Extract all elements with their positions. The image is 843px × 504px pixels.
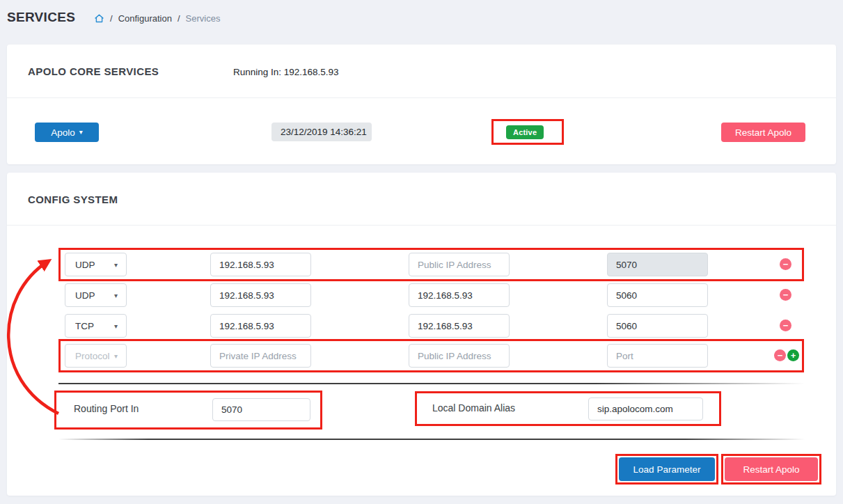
- port-input[interactable]: [607, 283, 708, 307]
- port-input[interactable]: [607, 314, 708, 338]
- running-in-text: Running In: 192.168.5.93: [233, 67, 339, 77]
- protocol-row-3: TCP ▾ −: [58, 314, 804, 338]
- apolo-core-services-card: APOLO CORE SERVICES Running In: 192.168.…: [7, 45, 836, 164]
- breadcrumb-separator: /: [178, 13, 180, 24]
- remove-row-icon[interactable]: −: [774, 349, 786, 361]
- port-input[interactable]: [607, 344, 708, 368]
- local-domain-input[interactable]: [588, 397, 703, 420]
- card-divider: [7, 225, 836, 226]
- private-ip-input[interactable]: [210, 283, 311, 307]
- caret-down-icon: ▾: [114, 352, 118, 360]
- caret-down-icon: ▾: [114, 261, 118, 269]
- protocol-select-value: TCP: [75, 321, 94, 331]
- protocol-row-new: Protocol ▾ − +: [58, 344, 804, 368]
- home-icon[interactable]: [94, 13, 104, 24]
- timestamp-field[interactable]: 23/12/2019 14:36:21: [271, 123, 372, 141]
- services-page: SERVICES / Configuration / Services APOL…: [0, 0, 843, 504]
- restart-apolo-button-top[interactable]: Restart Apolo: [721, 123, 805, 142]
- private-ip-input[interactable]: [210, 253, 311, 276]
- config-card-title: CONFIG SYSTEM: [28, 194, 118, 205]
- apolo-dropdown-button[interactable]: Apolo ▾: [35, 123, 99, 142]
- private-ip-input[interactable]: [210, 344, 311, 368]
- local-domain-label: Local Domain Alias: [432, 402, 515, 414]
- private-ip-input[interactable]: [210, 314, 311, 338]
- breadcrumb-services: Services: [186, 13, 221, 24]
- protocol-select[interactable]: Protocol ▾: [65, 344, 127, 368]
- remove-row-icon[interactable]: −: [780, 258, 791, 270]
- section-divider: [58, 383, 805, 384]
- protocol-row-1: UDP ▾ −: [58, 253, 804, 276]
- protocol-select-placeholder: Protocol: [75, 351, 110, 361]
- caret-down-icon: ▾: [114, 292, 118, 299]
- caret-down-icon: ▾: [79, 129, 83, 136]
- routing-port-label: Routing Port In: [74, 403, 139, 414]
- status-badge: Active: [506, 125, 544, 139]
- protocol-row-2: UDP ▾ −: [58, 283, 804, 307]
- routing-port-input[interactable]: [212, 398, 310, 421]
- config-system-card: CONFIG SYSTEM UDP ▾ − UDP ▾ −: [7, 173, 836, 496]
- public-ip-input[interactable]: [409, 253, 510, 276]
- public-ip-input[interactable]: [409, 314, 510, 338]
- breadcrumb: / Configuration / Services: [94, 13, 220, 24]
- public-ip-input[interactable]: [409, 344, 510, 368]
- protocol-select[interactable]: TCP ▾: [65, 314, 127, 338]
- breadcrumb-separator: /: [110, 13, 113, 24]
- restart-apolo-button-bottom[interactable]: Restart Apolo: [725, 457, 818, 481]
- remove-row-icon[interactable]: −: [780, 320, 791, 331]
- card-divider: [7, 97, 836, 98]
- remove-row-icon[interactable]: −: [780, 289, 791, 301]
- port-input[interactable]: [607, 253, 708, 276]
- protocol-select[interactable]: UDP ▾: [65, 253, 127, 276]
- section-divider: [58, 439, 805, 440]
- protocol-select[interactable]: UDP ▾: [65, 283, 127, 307]
- public-ip-input[interactable]: [409, 283, 510, 307]
- load-parameter-button[interactable]: Load Parameter: [619, 457, 715, 481]
- caret-down-icon: ▾: [114, 322, 118, 330]
- page-title: SERVICES: [7, 10, 75, 25]
- apolo-card-title: APOLO CORE SERVICES: [28, 65, 159, 77]
- protocol-select-value: UDP: [75, 290, 95, 301]
- protocol-select-value: UDP: [75, 260, 95, 270]
- apolo-dropdown-label: Apolo: [51, 127, 75, 138]
- add-row-icon[interactable]: +: [787, 349, 799, 361]
- breadcrumb-configuration[interactable]: Configuration: [118, 13, 172, 24]
